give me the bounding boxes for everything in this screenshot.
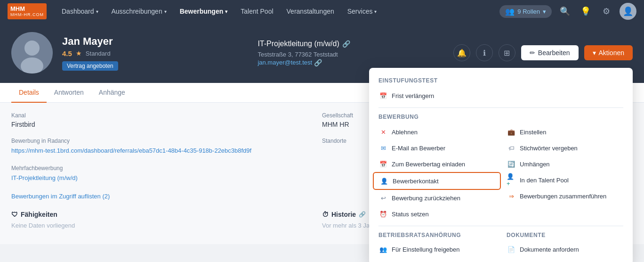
nav-ausschreibungen[interactable]: Ausschreibungen ▾ [106, 0, 172, 23]
chevron-down-icon: ▾ [96, 9, 98, 14]
actions-dropdown: Einstufungstest 📅 Frist verlängern Bewer… [369, 68, 633, 244]
talent-pool-item[interactable]: 👤+ In den Talent Pool [501, 172, 629, 188]
zurueckziehen-item[interactable]: ↩ Bewerbung zurückziehen [373, 190, 501, 206]
logo-subtext: MHM-HR.COM [10, 12, 44, 17]
rating-type: Standard [86, 50, 111, 57]
divider [378, 226, 623, 226]
profile-email: jan.mayer@test.test 🔗 [258, 59, 443, 66]
settings-button[interactable]: ⚙ [599, 4, 614, 19]
history-icon: ⏱ [322, 211, 329, 218]
link-icon: 🔗 [342, 40, 350, 48]
clock-icon: ⏰ [378, 209, 388, 219]
edit-button[interactable]: ✏ Bearbeiten [521, 45, 579, 60]
swap-icon: 🔄 [507, 159, 516, 169]
info-button[interactable]: ℹ [476, 44, 493, 61]
freigeben-item[interactable]: 👥 Für Einstellung freigeben [373, 241, 501, 244]
nav-dashboard[interactable]: Dashboard ▾ [56, 0, 104, 23]
profile-name: Jan Mayer [62, 35, 248, 48]
help-button[interactable]: 💡 [578, 4, 593, 19]
section-dokumente: Dokumente 📄 Dokumente anfordern [501, 230, 629, 244]
nav-actions: 🔍 💡 ⚙ 👤 [557, 3, 636, 20]
dropdown-right-col: 💼 Einstellen 🏷 Stichwörter vergeben 🔄 Um… [501, 124, 629, 222]
roles-label: 9 Rollen [517, 8, 540, 15]
link-icon: 🔗 [314, 59, 322, 66]
add-person-icon: 👤+ [507, 175, 516, 185]
field-bewerbung: Bewerbung in Radancy https://mhm-test.1b… [11, 138, 311, 156]
profile-address: Teststraße 3, 77362 Teststadt [258, 51, 443, 58]
chevron-down-icon: ▾ [164, 9, 167, 14]
zusammenfuehren-item[interactable]: ⇒ Bewerbungen zusammenführen [501, 188, 629, 204]
chevron-down-icon: ▾ [225, 9, 227, 14]
section-faehigkeiten: 🛡 Fähigkeiten Keine Daten vorliegend [11, 211, 311, 229]
rating-value: 4.5 [62, 49, 72, 57]
section-bewerbung: Bewerbung [369, 112, 633, 124]
avatar [11, 32, 53, 74]
profile-rating: 4.5 ★ Standard [62, 49, 248, 57]
grid-button[interactable]: ⊞ [499, 44, 515, 61]
email-icon: ✉ [378, 143, 388, 153]
frist-verlaengern-item[interactable]: 📅 Frist verlängern [369, 88, 633, 104]
umhaengen-item[interactable]: 🔄 Umhängen [501, 156, 629, 172]
roles-button[interactable]: 👥 9 Rollen ▾ [499, 5, 552, 18]
star-icon: ★ [76, 49, 82, 57]
email-bewerber-item[interactable]: ✉ E-Mail an Bewerber [373, 140, 501, 156]
dropdown-left-col: ✕ Ablehnen ✉ E-Mail an Bewerber 📅 Zum Be… [373, 124, 501, 222]
tab-details[interactable]: Details [11, 83, 47, 103]
search-button[interactable]: 🔍 [557, 4, 572, 19]
contract-badge: Vertrag angeboten [62, 61, 118, 71]
tab-antworten[interactable]: Antworten [47, 83, 91, 103]
calendar-icon: 📅 [378, 91, 388, 100]
logo-text: MHM [10, 5, 25, 12]
status-setzen-item[interactable]: ⏰ Status setzen [373, 206, 501, 222]
bewerbung-link[interactable]: https://mhm-test.1brd.com/dashboard/refe… [11, 146, 311, 156]
bewerbertag-item[interactable]: 📅 Zum Bewerbertag einladen [373, 156, 501, 172]
nav-bewerbungen[interactable]: Bewerbungen ▾ [174, 0, 233, 23]
chevron-down-icon: ▾ [593, 49, 596, 57]
chevron-down-icon: ▾ [543, 8, 546, 15]
dokumente-title: Dokumente [501, 230, 629, 241]
users-icon: 👥 [505, 7, 515, 16]
user-avatar[interactable]: 👤 [620, 3, 636, 20]
alarm-button[interactable]: 🔔 [453, 44, 470, 61]
nav-talent-pool[interactable]: Talent Pool [235, 0, 279, 23]
navbar: MHM MHM-HR.COM Dashboard ▾ Ausschreibung… [0, 0, 644, 23]
profile-info: Jan Mayer 4.5 ★ Standard Vertrag angebot… [62, 35, 248, 71]
stichwoerter-item[interactable]: 🏷 Stichwörter vergeben [501, 140, 629, 156]
nav-veranstaltungen[interactable]: Veranstaltungen [281, 0, 340, 23]
dokumente-anfordern-item[interactable]: 📄 Dokumente anfordern [501, 241, 629, 244]
profile-job-section: IT-Projektleitung (m/w/d) 🔗 Teststraße 3… [258, 40, 443, 66]
chevron-down-icon: ▾ [374, 9, 377, 14]
section-einstufungstest: Einstufungstest [369, 75, 633, 88]
tag-icon: 🏷 [507, 143, 516, 153]
tab-anhaenge[interactable]: Anhänge [91, 83, 133, 103]
logo[interactable]: MHM MHM-HR.COM [8, 3, 47, 19]
skills-icon: 🛡 [11, 211, 18, 218]
x-icon: ✕ [378, 127, 388, 137]
undo-icon: ↩ [378, 193, 388, 203]
divider [378, 107, 623, 108]
section-betriebsrat: Betriebsratsanhörung 👥 Für Einstellung f… [373, 230, 501, 244]
bewerberkontakt-item[interactable]: 👤 Bewerberkontakt [373, 172, 501, 190]
svg-point-1 [24, 41, 40, 56]
betriebsrat-title: Betriebsratsanhörung [373, 230, 501, 241]
field-kanal: Kanal Firstbird [11, 112, 311, 128]
merge-icon: ⇒ [507, 191, 516, 201]
actions-button[interactable]: ▾ Aktionen [584, 45, 633, 60]
profile-job-title: IT-Projektleitung (m/w/d) 🔗 [258, 40, 443, 48]
ablehnen-item[interactable]: ✕ Ablehnen [373, 124, 501, 140]
calendar-icon: 📅 [378, 159, 388, 169]
pencil-icon: ✏ [530, 49, 535, 57]
person-icon: 👤 [379, 176, 389, 186]
profile-actions: 🔔 ℹ ⊞ ✏ Bearbeiten ▾ Aktionen [453, 44, 633, 61]
link-icon: 🔗 [359, 211, 366, 218]
briefcase-icon: 💼 [507, 127, 516, 137]
einstellen-item[interactable]: 💼 Einstellen [501, 124, 629, 140]
nav-services[interactable]: Services ▾ [342, 0, 383, 23]
